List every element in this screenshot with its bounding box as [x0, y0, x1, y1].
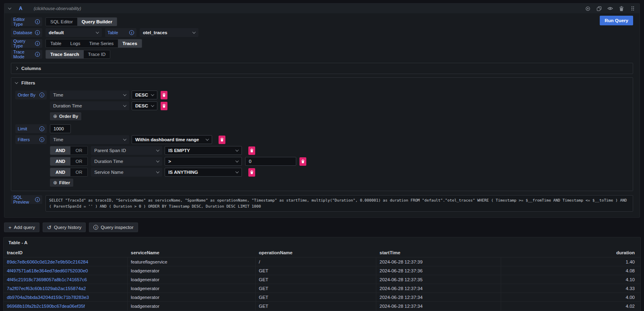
trace-id-link[interactable]: db9704a2bbda34204d159c71b78283e3	[4, 293, 128, 301]
drag-handle-icon[interactable]	[630, 6, 636, 11]
info-icon[interactable]: i	[129, 30, 134, 35]
filters-section-header[interactable]: Filters	[11, 78, 633, 88]
filter-field-select[interactable]: Duration Time	[91, 157, 162, 166]
trace-id-link[interactable]: 4f45c21918c73698057a8b1c741657c6	[4, 275, 128, 284]
service-name-cell: loadgenerator	[128, 266, 256, 275]
plus-icon: +	[8, 224, 12, 231]
database-select[interactable]: default	[45, 28, 102, 37]
info-icon[interactable]: i	[35, 197, 40, 202]
chevron-down-icon	[15, 80, 18, 84]
remove-filter-button[interactable]	[299, 157, 306, 166]
query-history-button[interactable]: ↺ Query history	[43, 222, 86, 232]
limit-input[interactable]	[50, 124, 71, 133]
order-by-field-select[interactable]: Time	[50, 91, 129, 99]
table-row: 89dc7e8c6060c0d12de7e9b50c216284featuref…	[4, 257, 640, 266]
add-query-button[interactable]: + Add query	[4, 222, 39, 232]
start-time-cell: 2024-06-28 12:37:35	[376, 275, 501, 284]
order-by-field-select[interactable]: Duration Time	[50, 101, 129, 110]
filter-field-select[interactable]: Parent Span ID	[91, 146, 162, 155]
operation-name-cell: GET	[256, 302, 376, 310]
and-option[interactable]: AND	[50, 168, 70, 176]
query-type-option-table[interactable]: Table	[46, 39, 66, 47]
and-option[interactable]: AND	[50, 146, 70, 154]
column-header-servicename[interactable]: serviceName	[128, 248, 256, 257]
info-icon[interactable]: i	[35, 41, 40, 46]
filter-operator-select[interactable]: Within dashboard time range	[132, 135, 212, 144]
table-select[interactable]: otel_traces	[140, 28, 198, 37]
add-filter-button[interactable]: ⊕ Filter	[50, 179, 73, 187]
chevron-down-icon	[123, 137, 126, 140]
trace-mode-option-trace-id[interactable]: Trace ID	[84, 50, 110, 58]
query-type-option-logs[interactable]: Logs	[66, 39, 85, 47]
chevron-down-icon[interactable]	[8, 6, 11, 9]
panel-title[interactable]: Table - A	[4, 237, 640, 248]
duration-cell: 4.02	[501, 302, 640, 310]
filters-label: Filters i	[15, 135, 47, 144]
remove-filter-button[interactable]	[248, 168, 255, 177]
columns-section: Columns	[11, 63, 633, 74]
chevron-down-icon	[123, 93, 126, 96]
chevron-down-icon	[156, 159, 159, 162]
query-type-option-time-series[interactable]: Time Series	[85, 39, 118, 47]
duration-cell: 4.00	[501, 293, 640, 301]
query-inspector-button[interactable]: i Query inspector	[89, 222, 138, 232]
filter-value-input[interactable]	[245, 157, 296, 166]
chevron-down-icon	[235, 148, 239, 151]
filter-operator-select[interactable]: >	[165, 157, 242, 166]
or-option[interactable]: OR	[70, 157, 88, 165]
table-row: 7a2f07ecf63c60b1029ab2ac155874a2loadgene…	[4, 284, 640, 293]
duration-cell: 1.40	[501, 257, 640, 266]
trace-id-link[interactable]: 89dc7e8c6060c0d12de7e9b50c216284	[4, 257, 128, 266]
add-order-by-button[interactable]: ⊕ Order By	[50, 112, 81, 120]
remove-order-by-button[interactable]	[161, 102, 167, 110]
trace-id-link[interactable]: 96968b10fa2b2c1590bc67dea06ef35f	[4, 302, 128, 310]
column-header-traceid[interactable]: traceID	[4, 248, 128, 257]
query-type-option-traces[interactable]: Traces	[118, 39, 141, 47]
remove-filter-button[interactable]	[219, 136, 225, 144]
history-icon: ↺	[47, 224, 52, 231]
filter-operator-select[interactable]: IS ANYTHING	[165, 168, 242, 177]
table-row: db9704a2bbda34204d159c71b78283e3loadgene…	[4, 293, 640, 302]
service-name-cell: loadgenerator	[128, 302, 256, 310]
info-icon[interactable]: i	[35, 19, 40, 24]
info-icon[interactable]: i	[35, 52, 40, 57]
filter-field-select[interactable]: Service Name	[91, 168, 162, 177]
editor-type-option-query-builder[interactable]: Query Builder	[77, 18, 117, 26]
duplicate-icon[interactable]	[596, 6, 602, 11]
chevron-down-icon	[235, 159, 239, 162]
filter-field-select[interactable]: Time	[50, 135, 129, 144]
editor-type-option-sql-editor[interactable]: SQL Editor	[46, 18, 77, 26]
columns-section-header[interactable]: Columns	[11, 63, 633, 74]
info-icon[interactable]: i	[39, 137, 44, 142]
column-header-duration[interactable]: duration	[501, 248, 640, 257]
order-by-direction-select[interactable]: DESC	[132, 101, 157, 110]
start-time-cell: 2024-06-28 12:37:34	[376, 293, 501, 301]
info-icon[interactable]: i	[39, 126, 44, 131]
trace-mode-label: Trace Mode i	[11, 50, 42, 59]
remove-order-by-button[interactable]	[161, 91, 167, 99]
chevron-down-icon	[206, 137, 209, 140]
table-row: 4f45c21918c73698057a8b1c741657c6loadgene…	[4, 275, 640, 284]
remove-filter-button[interactable]	[248, 146, 255, 155]
trace-mode-option-trace-search[interactable]: Trace Search	[46, 50, 84, 58]
or-option[interactable]: OR	[70, 146, 88, 154]
trash-icon[interactable]	[619, 6, 624, 11]
filter-operator-select[interactable]: IS EMPTY	[165, 146, 242, 155]
or-option[interactable]: OR	[70, 168, 88, 176]
record-circle-icon[interactable]	[585, 6, 590, 11]
trace-id-link[interactable]: 4f497571a618e364ed7ded60752030e0	[4, 266, 128, 275]
info-icon[interactable]: i	[39, 93, 44, 97]
bool-operator-toggle: AND OR	[50, 157, 88, 166]
order-by-direction-select[interactable]: DESC	[132, 91, 157, 99]
info-icon[interactable]: i	[35, 30, 40, 35]
column-header-operationname[interactable]: operationName	[256, 248, 376, 257]
and-option[interactable]: AND	[50, 157, 70, 165]
query-row-header[interactable]: A (clickhouse-observability)	[4, 4, 640, 13]
eye-icon[interactable]	[607, 6, 613, 11]
query-editor-body: Run Query Editor Type i SQL Editor Query…	[4, 13, 640, 217]
operation-name-cell: GET	[256, 293, 376, 301]
column-header-starttime[interactable]: startTime	[376, 248, 501, 257]
chevron-down-icon	[151, 93, 154, 96]
run-query-button[interactable]: Run Query	[600, 16, 633, 25]
trace-id-link[interactable]: 7a2f07ecf63c60b1029ab2ac155874a2	[4, 284, 128, 292]
